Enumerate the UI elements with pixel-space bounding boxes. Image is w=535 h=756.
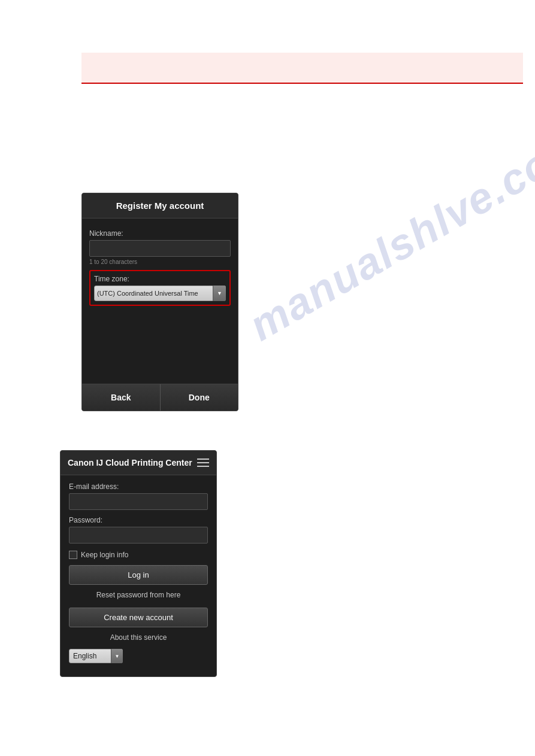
nickname-hint: 1 to 20 characters <box>89 259 231 265</box>
login-header: Canon IJ Cloud Printing Center <box>61 451 216 475</box>
keep-login-row: Keep login info <box>69 551 208 559</box>
hamburger-menu-icon[interactable] <box>197 459 209 467</box>
password-input[interactable] <box>69 527 208 544</box>
top-banner <box>81 53 523 84</box>
keep-login-checkbox[interactable] <box>69 551 77 559</box>
create-account-button[interactable]: Create new account <box>69 608 208 627</box>
back-button[interactable]: Back <box>82 384 161 411</box>
login-button[interactable]: Log in <box>69 565 208 585</box>
password-label: Password: <box>69 516 208 524</box>
hamburger-line-2 <box>197 462 209 463</box>
email-input[interactable] <box>69 493 208 510</box>
timezone-select[interactable]: (UTC) Coordinated Universal Time <box>94 286 226 301</box>
register-dialog: Register My account Nickname: 1 to 20 ch… <box>81 193 238 411</box>
language-select[interactable]: English Japanese French German Spanish <box>69 649 123 663</box>
login-body: E-mail address: Password: Keep login inf… <box>61 475 216 676</box>
timezone-label: Time zone: <box>94 275 226 283</box>
nickname-input[interactable] <box>89 240 231 257</box>
login-header-title: Canon IJ Cloud Printing Center <box>68 458 192 467</box>
nickname-label: Nickname: <box>89 229 231 238</box>
timezone-select-wrapper: (UTC) Coordinated Universal Time <box>94 286 226 301</box>
reset-password-link[interactable]: Reset password from here <box>69 591 208 599</box>
done-button[interactable]: Done <box>161 384 238 411</box>
watermark: manualshlve.com <box>241 118 535 350</box>
timezone-group: Time zone: (UTC) Coordinated Universal T… <box>89 270 231 306</box>
register-dialog-footer: Back Done <box>82 384 238 411</box>
hamburger-line-3 <box>197 466 209 467</box>
keep-login-label: Keep login info <box>81 551 128 559</box>
about-service-link[interactable]: About this service <box>69 633 208 642</box>
register-dialog-body: Nickname: 1 to 20 characters Time zone: … <box>82 218 238 384</box>
hamburger-line-1 <box>197 459 209 460</box>
login-panel: Canon IJ Cloud Printing Center E-mail ad… <box>60 450 217 677</box>
language-select-wrapper: English Japanese French German Spanish <box>69 649 123 663</box>
register-dialog-title: Register My account <box>82 193 238 218</box>
register-empty-area <box>89 306 231 378</box>
email-label: E-mail address: <box>69 482 208 491</box>
